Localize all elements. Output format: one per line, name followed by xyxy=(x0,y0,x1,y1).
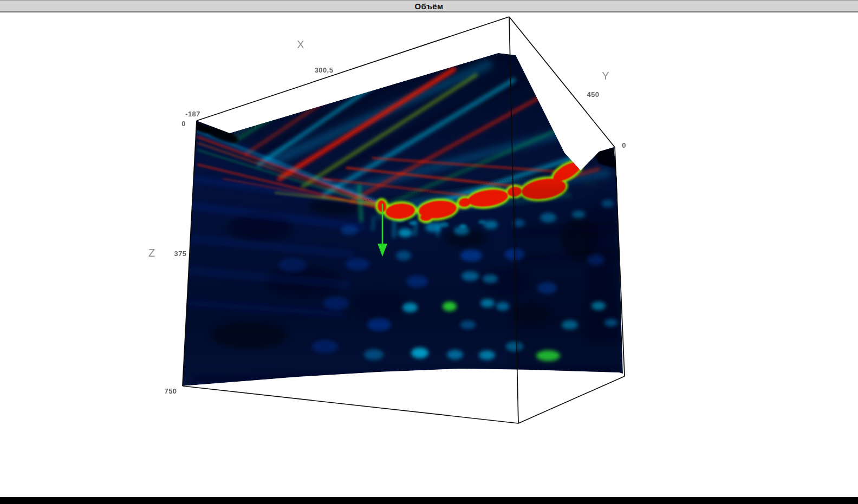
bottom-bar xyxy=(0,497,858,504)
axis-y-tick-zero: 0 xyxy=(622,141,626,149)
axis-z-title: Z xyxy=(148,247,155,259)
axis-x-tick-mid: 300,5 xyxy=(315,66,334,74)
window-titlebar[interactable]: Объём xyxy=(0,0,858,12)
axis-x-title: X xyxy=(297,38,304,51)
axis-z-tick-zero: 0 xyxy=(181,120,186,128)
window-title: Объём xyxy=(414,2,443,11)
axis-z-tick-mid: 375 xyxy=(174,250,187,258)
axis-y-title: Y xyxy=(602,70,609,82)
axis-y-tick-mid: 450 xyxy=(587,90,600,99)
axis-z-tick-max: 750 xyxy=(165,387,177,395)
volume-scene xyxy=(0,0,858,504)
volume-viewport[interactable]: X 300,5 -187 Y 450 0 Z 0 375 750 xyxy=(0,0,858,504)
axis-x-tick-min: -187 xyxy=(185,110,200,118)
